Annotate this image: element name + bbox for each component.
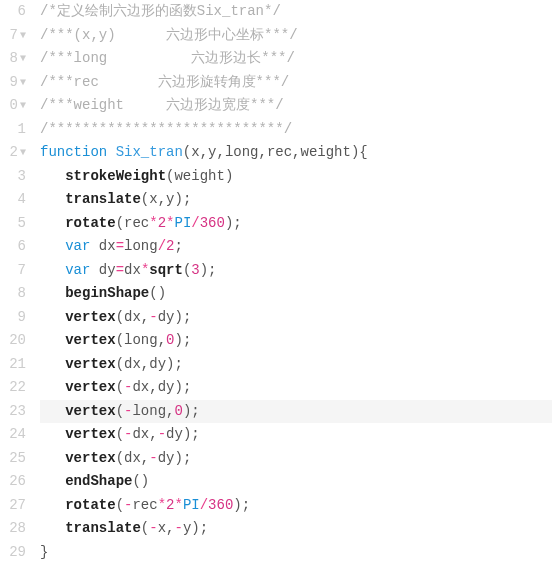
line-number: 8 [0, 282, 26, 306]
token-comment: /***weight 六边形边宽度***/ [40, 97, 284, 113]
line-number-gutter: 67▼8▼9▼0▼12▼345678920212223242526272829 [0, 0, 30, 568]
code-line[interactable]: /***long 六边形边长***/ [40, 47, 552, 71]
token-plain: , [149, 426, 157, 442]
code-line[interactable]: translate(-x,-y); [40, 517, 552, 541]
token-operator: = [116, 262, 124, 278]
line-number: 20 [0, 329, 26, 353]
token-brace: { [359, 144, 367, 160]
token-var: long [132, 403, 166, 419]
line-number: 22 [0, 376, 26, 400]
code-line[interactable]: endShape() [40, 470, 552, 494]
token-plain: , [258, 144, 266, 160]
code-line[interactable]: strokeWeight(weight) [40, 165, 552, 189]
token-paren: ( [141, 520, 149, 536]
code-area[interactable]: /*定义绘制六边形的函数Six_tran*//***(x,y) 六边形中心坐标*… [30, 0, 552, 568]
token-paren: ) [191, 520, 199, 536]
token-funccall: vertex [65, 379, 115, 395]
token-var: weight [174, 168, 224, 184]
code-line[interactable]: rotate(rec*2*PI/360); [40, 212, 552, 236]
line-number: 9 [0, 306, 26, 330]
code-line[interactable]: var dx=long/2; [40, 235, 552, 259]
code-line[interactable]: vertex(dx,-dy); [40, 447, 552, 471]
code-line[interactable]: /*定义绘制六边形的函数Six_tran*/ [40, 0, 552, 24]
token-paren: ( [116, 215, 124, 231]
token-plain [107, 144, 115, 160]
code-line[interactable]: translate(x,y); [40, 188, 552, 212]
token-var: rec [124, 215, 149, 231]
token-brace: } [40, 544, 48, 560]
fold-marker-icon[interactable]: ▼ [20, 71, 26, 95]
token-comment: /***rec 六边形旋转角度***/ [40, 74, 289, 90]
token-const: PI [183, 497, 200, 513]
token-paren: ( [141, 191, 149, 207]
token-funccall: vertex [65, 426, 115, 442]
token-plain: , [141, 309, 149, 325]
line-number: 5 [0, 212, 26, 236]
code-line[interactable]: /***weight 六边形边宽度***/ [40, 94, 552, 118]
token-paren: () [132, 473, 149, 489]
code-editor[interactable]: 67▼8▼9▼0▼12▼345678920212223242526272829 … [0, 0, 552, 568]
fold-marker-icon[interactable]: ▼ [20, 24, 26, 48]
token-plain: ; [191, 426, 199, 442]
code-line[interactable]: vertex(-long,0); [40, 400, 552, 424]
token-paren: ) [200, 262, 208, 278]
token-operator: - [174, 520, 182, 536]
token-paren: ( [116, 356, 124, 372]
code-line[interactable]: beginShape() [40, 282, 552, 306]
token-operator: * [149, 215, 157, 231]
line-number: 6 [0, 235, 26, 259]
token-plain: ; [174, 238, 182, 254]
code-line[interactable]: /***(x,y) 六边形中心坐标***/ [40, 24, 552, 48]
line-number: 23 [0, 400, 26, 424]
token-var: long [124, 332, 158, 348]
code-line[interactable]: } [40, 541, 552, 565]
token-plain: ; [191, 403, 199, 419]
line-number: 7 [0, 259, 26, 283]
line-number: 0▼ [0, 94, 26, 118]
line-number: 3 [0, 165, 26, 189]
token-number: 0 [174, 403, 182, 419]
code-line[interactable]: var dy=dx*sqrt(3); [40, 259, 552, 283]
token-paren: ( [183, 144, 191, 160]
line-number: 4 [0, 188, 26, 212]
code-line[interactable]: vertex(-dx,dy); [40, 376, 552, 400]
token-funccall: vertex [65, 356, 115, 372]
token-funccall: sqrt [149, 262, 183, 278]
token-paren: () [149, 285, 166, 301]
token-var: dy [166, 426, 183, 442]
token-paren: ) [174, 379, 182, 395]
line-number: 1 [0, 118, 26, 142]
code-line[interactable]: vertex(long,0); [40, 329, 552, 353]
token-plain: ; [233, 215, 241, 231]
code-line[interactable]: function Six_tran(x,y,long,rec,weight){ [40, 141, 552, 165]
token-plain: ; [183, 309, 191, 325]
token-operator: - [149, 309, 157, 325]
token-var: x [158, 520, 166, 536]
code-line[interactable]: vertex(-dx,-dy); [40, 423, 552, 447]
token-number: 360 [200, 215, 225, 231]
fold-marker-icon[interactable]: ▼ [20, 94, 26, 118]
token-comment: /***long 六边形边长***/ [40, 50, 295, 66]
code-line[interactable]: vertex(dx,-dy); [40, 306, 552, 330]
token-operator: / [200, 497, 208, 513]
code-line[interactable]: vertex(dx,dy); [40, 353, 552, 377]
token-paren: ) [174, 450, 182, 466]
token-operator: * [174, 497, 182, 513]
code-line[interactable]: /****************************/ [40, 118, 552, 142]
token-plain: ; [183, 450, 191, 466]
token-funccall: translate [65, 520, 141, 536]
token-var: dy [158, 309, 175, 325]
token-operator: - [158, 426, 166, 442]
fold-marker-icon[interactable]: ▼ [20, 47, 26, 71]
token-paren: ( [116, 332, 124, 348]
token-keyword: var [65, 262, 90, 278]
token-var: dx [124, 450, 141, 466]
token-var: dy [158, 450, 175, 466]
token-var: dy [149, 356, 166, 372]
fold-marker-icon[interactable]: ▼ [20, 141, 26, 165]
token-paren: ) [174, 332, 182, 348]
token-number: 2 [158, 215, 166, 231]
code-line[interactable]: rotate(-rec*2*PI/360); [40, 494, 552, 518]
code-line[interactable]: /***rec 六边形旋转角度***/ [40, 71, 552, 95]
token-funccall: endShape [65, 473, 132, 489]
